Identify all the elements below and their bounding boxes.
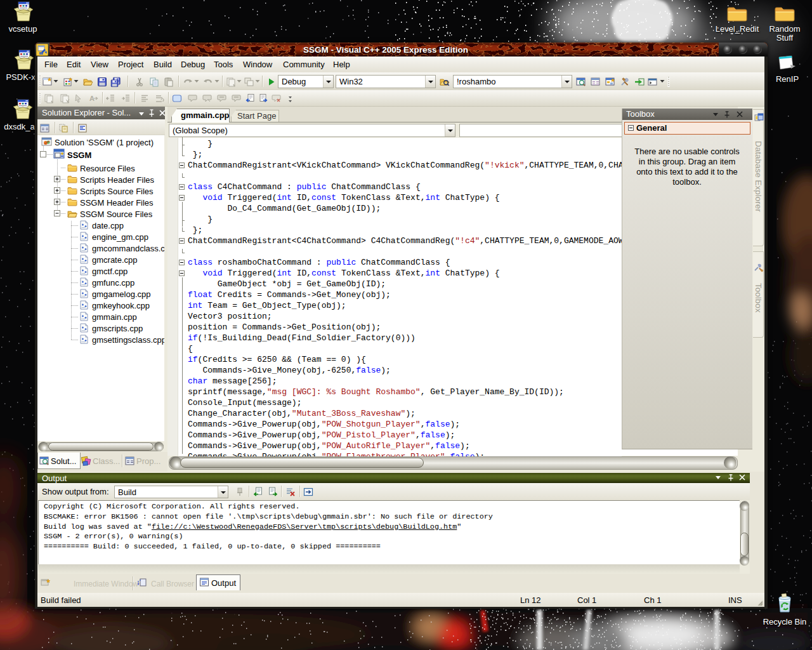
svg-text:A: A xyxy=(89,95,95,102)
